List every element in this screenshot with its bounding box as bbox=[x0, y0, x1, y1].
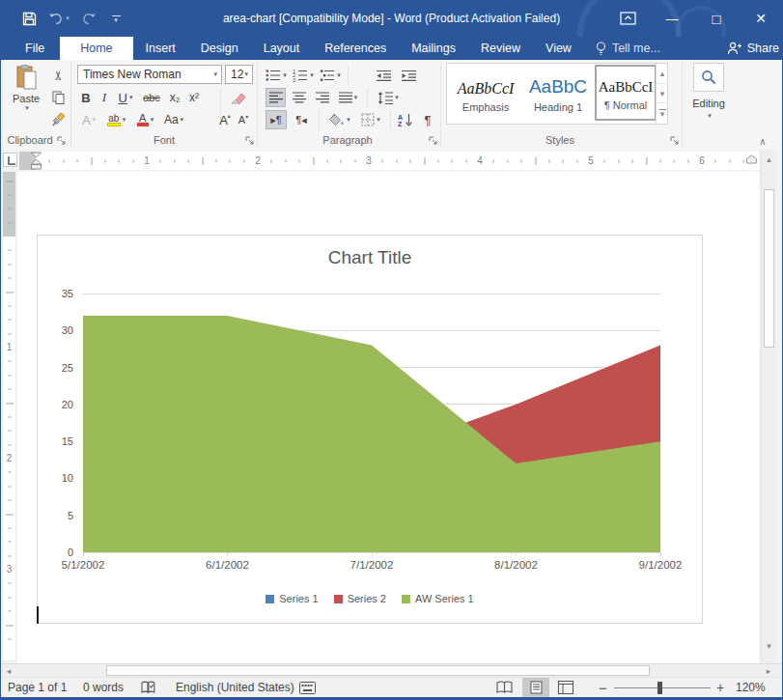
style-heading1[interactable]: AaBbC Heading 1 bbox=[523, 67, 593, 121]
superscript-button[interactable]: x² bbox=[185, 88, 203, 107]
align-right-button[interactable] bbox=[312, 88, 332, 107]
language-indicator[interactable]: English (United States) bbox=[176, 678, 294, 697]
borders-button[interactable]: ▾ bbox=[357, 110, 384, 129]
justify-button[interactable]: ▾ bbox=[335, 88, 361, 107]
font-color-button[interactable]: A ▾ bbox=[132, 110, 158, 129]
font-family-dropdown-icon[interactable]: ▾ bbox=[213, 70, 217, 78]
horizontal-scrollbar-thumb[interactable] bbox=[106, 665, 650, 676]
align-left-button[interactable] bbox=[266, 88, 286, 107]
decrease-indent-button[interactable] bbox=[373, 66, 394, 85]
tab-insert[interactable]: Insert bbox=[133, 37, 188, 60]
numbering-button[interactable]: 123 ▾ bbox=[292, 66, 315, 85]
line-spacing-dropdown-icon[interactable]: ▾ bbox=[395, 94, 399, 101]
tab-view[interactable]: View bbox=[533, 37, 584, 60]
vertical-ruler[interactable]: 123 bbox=[3, 172, 15, 659]
word-count[interactable]: 0 words bbox=[83, 678, 124, 697]
paste-button[interactable]: Paste ▾ bbox=[8, 64, 44, 127]
minimize-button[interactable]: — bbox=[650, 0, 694, 37]
right-to-left-button[interactable]: ¶◂ bbox=[291, 110, 312, 129]
ribbon-display-options-button[interactable] bbox=[605, 0, 650, 37]
tab-file[interactable]: File bbox=[10, 37, 60, 60]
scroll-down-button[interactable]: ▾ bbox=[762, 637, 776, 655]
styles-scroll-down-button[interactable]: ▾ bbox=[657, 83, 668, 102]
legend-item-aw-series-1[interactable]: AW Series 1 bbox=[402, 593, 474, 604]
chart-title[interactable]: Chart Title bbox=[38, 247, 702, 268]
collapse-ribbon-button[interactable]: ∧ bbox=[754, 131, 771, 151]
right-indent-marker[interactable] bbox=[745, 154, 758, 164]
page-indicator[interactable]: Page 1 of 1 bbox=[8, 678, 67, 697]
bullets-button[interactable]: ▾ bbox=[265, 66, 288, 85]
undo-dropdown-icon[interactable]: ▾ bbox=[66, 14, 70, 22]
subscript-button[interactable]: x₂ bbox=[166, 88, 183, 107]
left-to-right-button[interactable]: ▸¶ bbox=[266, 110, 287, 129]
shading-dropdown-icon[interactable]: ▾ bbox=[347, 116, 350, 124]
share-button[interactable]: Share bbox=[727, 37, 779, 60]
bold-button[interactable]: B bbox=[77, 88, 95, 107]
customize-quick-access-toolbar-button[interactable]: ▾ bbox=[102, 6, 129, 31]
editing-button[interactable]: Editing ▾ bbox=[692, 63, 725, 123]
undo-button[interactable]: ▾ bbox=[42, 6, 75, 31]
paragraph-dialog-launcher[interactable] bbox=[429, 136, 438, 146]
shading-button[interactable]: ▾ bbox=[326, 110, 353, 129]
vertical-scrollbar[interactable]: ▴ ▾ bbox=[761, 150, 776, 663]
copy-button[interactable] bbox=[48, 88, 68, 107]
zoom-slider-thumb[interactable] bbox=[657, 682, 662, 694]
show-hide-paragraph-button[interactable]: ¶ bbox=[419, 110, 436, 129]
numbering-dropdown-icon[interactable]: ▾ bbox=[310, 71, 314, 79]
zoom-slider-track[interactable] bbox=[614, 687, 711, 688]
styles-scroll-up-button[interactable]: ▴ bbox=[657, 64, 668, 83]
chart-legend[interactable]: Series 1Series 2AW Series 1 bbox=[38, 593, 702, 604]
chart-object[interactable]: Chart Title 051015202530355/1/20026/1/20… bbox=[37, 235, 703, 624]
style-normal[interactable]: AaBbCcI ¶ Normal bbox=[595, 65, 657, 121]
change-case-dropdown-icon[interactable]: ▾ bbox=[181, 116, 184, 124]
scroll-up-button[interactable]: ▴ bbox=[762, 151, 776, 168]
strikethrough-button[interactable]: abc bbox=[139, 88, 164, 107]
highlight-color-button[interactable]: ab ▾ bbox=[103, 110, 129, 129]
change-case-button[interactable]: Aa ▾ bbox=[161, 110, 186, 129]
font-size-combo[interactable]: 12 ▾ bbox=[225, 65, 253, 84]
sort-button[interactable]: AZ bbox=[394, 110, 415, 129]
scroll-right-button[interactable]: ▸ bbox=[762, 665, 775, 676]
tab-design[interactable]: Design bbox=[188, 37, 251, 60]
tab-layout[interactable]: Layout bbox=[251, 37, 313, 60]
line-spacing-button[interactable]: ▾ bbox=[375, 88, 402, 107]
redo-button[interactable] bbox=[75, 6, 102, 31]
maximize-button[interactable]: □ bbox=[694, 0, 739, 37]
legend-item-series-1[interactable]: Series 1 bbox=[266, 593, 318, 604]
web-layout-button[interactable] bbox=[558, 678, 573, 697]
styles-more-button[interactable]: ▾ bbox=[657, 102, 668, 123]
zoom-out-button[interactable]: − bbox=[599, 678, 607, 697]
shrink-font-button[interactable]: A▾ bbox=[235, 110, 252, 129]
underline-dropdown-icon[interactable]: ▾ bbox=[129, 94, 133, 101]
zoom-level[interactable]: 120% bbox=[736, 678, 766, 697]
font-family-combo[interactable]: Times New Roman ▾ bbox=[77, 65, 222, 84]
style-emphasis[interactable]: AaBbCcI Emphasis bbox=[450, 67, 521, 121]
font-size-dropdown-icon[interactable]: ▾ bbox=[244, 70, 248, 78]
tab-review[interactable]: Review bbox=[468, 37, 533, 60]
font-dialog-launcher[interactable] bbox=[245, 136, 255, 146]
tab-home[interactable]: Home bbox=[60, 37, 132, 60]
italic-button[interactable]: I bbox=[97, 88, 112, 107]
increase-indent-button[interactable] bbox=[398, 66, 419, 85]
tab-stop-selector[interactable] bbox=[3, 153, 17, 167]
horizontal-scrollbar[interactable]: ◂ ▸ bbox=[0, 663, 783, 677]
align-center-button[interactable] bbox=[289, 88, 309, 107]
tell-me-box[interactable]: Tell me... bbox=[584, 37, 672, 60]
multilevel-list-button[interactable]: ▾ bbox=[319, 66, 342, 85]
horizontal-ruler[interactable]: 123456 bbox=[19, 152, 759, 170]
clear-formatting-button[interactable] bbox=[226, 88, 251, 107]
highlight-dropdown-icon[interactable]: ▾ bbox=[123, 116, 126, 124]
grow-font-button[interactable]: A▴ bbox=[216, 110, 234, 129]
underline-button[interactable]: U ▾ bbox=[114, 88, 137, 107]
tab-mailings[interactable]: Mailings bbox=[399, 37, 468, 60]
zoom-in-button[interactable]: + bbox=[716, 678, 724, 697]
text-effects-button[interactable]: A ▾ bbox=[77, 110, 100, 129]
clipboard-dialog-launcher[interactable] bbox=[57, 136, 67, 146]
multilevel-dropdown-icon[interactable]: ▾ bbox=[337, 71, 341, 79]
close-button[interactable]: ✕ bbox=[739, 0, 783, 37]
legend-item-series-2[interactable]: Series 2 bbox=[334, 593, 386, 604]
vertical-scrollbar-thumb[interactable] bbox=[764, 189, 774, 348]
borders-dropdown-icon[interactable]: ▾ bbox=[377, 116, 380, 124]
cut-button[interactable]: ✂ bbox=[48, 66, 68, 85]
save-button[interactable] bbox=[15, 6, 42, 31]
